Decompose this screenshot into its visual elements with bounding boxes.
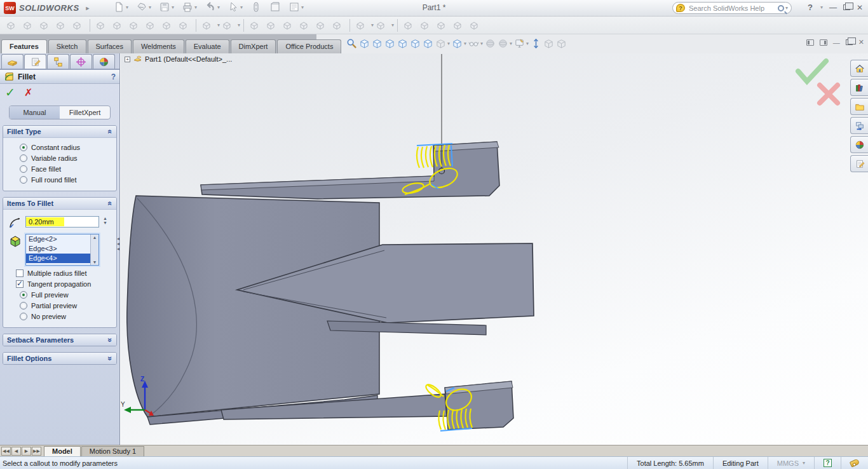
boundary-boss-icon[interactable] xyxy=(70,18,84,32)
tab-model[interactable]: Model xyxy=(44,446,81,456)
chevron-down-icon[interactable]: ▾ xyxy=(803,460,805,466)
radius-stepper[interactable]: ▲▼ xyxy=(103,216,107,225)
full-round-fillet-option[interactable]: Full round fillet xyxy=(20,176,116,184)
partial-preview-option[interactable]: Partial preview xyxy=(20,302,116,309)
tab-evaluate[interactable]: Evaluate xyxy=(186,39,229,53)
tab-office-products[interactable]: Office Products xyxy=(277,39,341,53)
curves-icon[interactable] xyxy=(374,18,388,32)
view-orientation-icon[interactable]: ▾ xyxy=(435,38,450,49)
items-to-fillet-header[interactable]: Items To Fillet « xyxy=(3,198,116,210)
face-fillet-option[interactable]: Face fillet xyxy=(20,165,116,173)
edges-listbox[interactable]: Edge<2> Edge<3> Edge<4> ▲▼ xyxy=(25,234,99,266)
freeform-icon[interactable] xyxy=(434,18,448,32)
document-restore-button[interactable] xyxy=(846,39,853,45)
property-manager-help-icon[interactable]: ? xyxy=(111,72,116,81)
chevron-down-icon[interactable]: ▾ xyxy=(391,22,394,28)
apply-scene-icon[interactable]: ▾ xyxy=(498,38,512,49)
search-help-box[interactable]: ? Search SolidWorks Help ▾ xyxy=(672,2,792,14)
edge-list-item[interactable]: Edge<2> xyxy=(26,234,90,244)
tab-motion-study-1[interactable]: Motion Study 1 xyxy=(81,446,144,456)
swept-boss-icon[interactable] xyxy=(37,18,51,32)
3d-drawing-view-icon[interactable] xyxy=(556,38,567,49)
zoom-to-fit-icon[interactable] xyxy=(346,38,357,49)
displaymanager-tab[interactable] xyxy=(93,54,115,69)
cancel-button[interactable]: ✗ xyxy=(24,86,32,99)
dimxpertmanager-tab[interactable] xyxy=(70,54,92,69)
edge-list-item[interactable]: Edge<3> xyxy=(26,244,90,254)
ok-button[interactable]: ✓ xyxy=(5,85,15,100)
collapse-icon[interactable]: « xyxy=(106,130,115,134)
intersect-icon[interactable] xyxy=(467,18,481,32)
radio-icon[interactable] xyxy=(20,176,27,184)
radio-icon[interactable] xyxy=(20,165,27,173)
expand-icon[interactable]: » xyxy=(106,357,115,361)
next-tab-icon[interactable]: ▶ xyxy=(22,447,31,456)
revolved-cut-icon[interactable] xyxy=(126,18,140,32)
chevron-down-icon[interactable]: ▾ xyxy=(820,4,823,10)
radio-icon[interactable] xyxy=(20,154,27,162)
document-close-button[interactable]: ✕ xyxy=(858,38,864,46)
manual-mode-button[interactable]: Manual xyxy=(10,106,60,119)
previous-view-icon[interactable] xyxy=(372,38,383,49)
radio-icon[interactable] xyxy=(20,291,27,299)
pane-left-icon[interactable] xyxy=(806,39,814,46)
variable-radius-option[interactable]: Variable radius xyxy=(20,154,116,162)
help-icon[interactable]: ? xyxy=(824,459,832,467)
mirror-icon[interactable] xyxy=(330,18,344,32)
status-help[interactable]: ? xyxy=(814,457,841,469)
model-viewport[interactable]: Z Y xyxy=(121,53,850,445)
setback-parameters-header[interactable]: Setback Parameters » xyxy=(3,334,116,346)
radio-icon[interactable] xyxy=(20,302,27,309)
confirm-ok-icon[interactable] xyxy=(798,61,826,81)
full-preview-option[interactable]: Full preview xyxy=(20,291,116,299)
deform-icon[interactable] xyxy=(451,18,465,32)
edge-list-item-selected[interactable]: Edge<4> xyxy=(26,254,90,263)
hole-wizard-icon[interactable] xyxy=(110,18,124,32)
fillet-options-header[interactable]: Fillet Options » xyxy=(3,353,116,364)
tab-weldments[interactable]: Weldments xyxy=(133,39,184,53)
flex-icon[interactable] xyxy=(417,18,431,32)
chevron-down-icon[interactable]: ▾ xyxy=(238,22,240,28)
expand-icon[interactable]: » xyxy=(106,338,115,343)
draft-icon[interactable] xyxy=(247,18,261,32)
hide-show-items-icon[interactable]: ▾ xyxy=(468,38,483,49)
view-cube-icon[interactable] xyxy=(423,38,433,49)
search-input[interactable]: Search SolidWorks Help xyxy=(689,4,778,12)
status-tag[interactable] xyxy=(841,457,868,469)
search-icon[interactable] xyxy=(778,5,784,11)
display-style-icon[interactable]: ▾ xyxy=(452,38,466,49)
view-cube-icon[interactable] xyxy=(410,38,421,49)
listbox-scrollbar[interactable]: ▲▼ xyxy=(90,234,98,265)
first-tab-icon[interactable]: ◀◀ xyxy=(1,447,11,456)
fillet-type-header[interactable]: Fillet Type « xyxy=(3,126,116,138)
no-preview-option[interactable]: No preview xyxy=(20,313,116,320)
pan-icon[interactable] xyxy=(543,38,554,49)
filletxpert-mode-button[interactable]: FilletXpert xyxy=(60,106,110,119)
swept-cut-icon[interactable] xyxy=(143,18,157,32)
instant3d-icon[interactable] xyxy=(401,18,415,32)
configurationmanager-tab[interactable] xyxy=(47,54,69,69)
custom-properties-icon[interactable] xyxy=(850,155,868,172)
minimize-button[interactable]: — xyxy=(829,3,837,12)
wrap-icon[interactable] xyxy=(297,18,311,32)
document-minimize-button[interactable]: — xyxy=(833,39,840,46)
prev-tab-icon[interactable]: ◀ xyxy=(11,447,21,456)
checkbox-icon[interactable] xyxy=(16,269,24,277)
units-selector[interactable]: MMGS ▾ xyxy=(768,457,814,469)
multiple-radius-fillet-option[interactable]: Multiple radius fillet xyxy=(16,269,116,277)
solidworks-resources-icon[interactable] xyxy=(850,60,868,77)
tab-features[interactable]: Features xyxy=(1,39,47,53)
rib-icon[interactable] xyxy=(280,18,294,32)
checkbox-checked-icon[interactable] xyxy=(16,280,24,288)
radio-icon[interactable] xyxy=(20,313,27,320)
propertymanager-tab[interactable] xyxy=(24,54,46,69)
tab-sketch[interactable]: Sketch xyxy=(48,39,86,53)
zoom-to-area-icon[interactable] xyxy=(359,38,370,49)
boundary-cut-icon[interactable] xyxy=(176,18,190,32)
constant-radius-option[interactable]: Constant radius xyxy=(20,144,116,151)
design-library-icon[interactable] xyxy=(850,79,868,96)
collapse-icon[interactable]: « xyxy=(106,201,115,206)
dome-icon[interactable] xyxy=(313,18,327,32)
reference-geometry-icon[interactable] xyxy=(353,18,367,32)
tab-surfaces[interactable]: Surfaces xyxy=(88,39,132,53)
